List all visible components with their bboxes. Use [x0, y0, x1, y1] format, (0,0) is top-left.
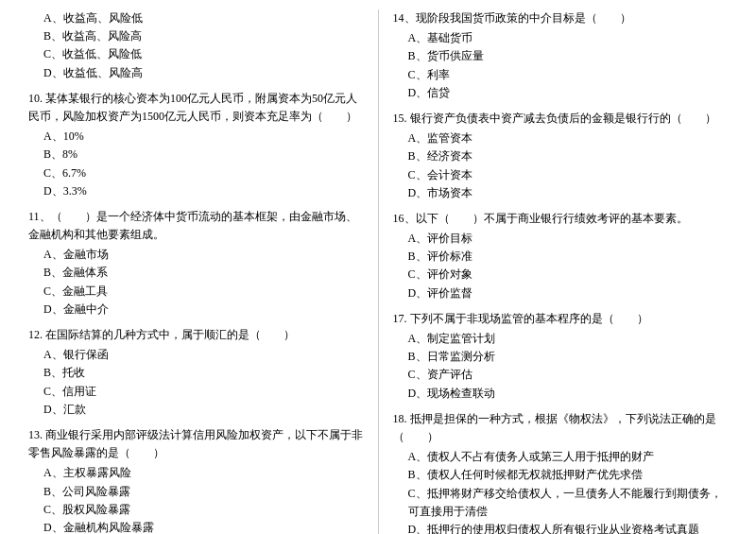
option-text: A、10% [28, 128, 364, 146]
option-text: A、制定监管计划 [393, 330, 729, 348]
question-text: 15. 银行资产负债表中资产减去负债后的金额是银行行的（ ） [393, 110, 729, 128]
column-divider [378, 9, 379, 534]
option-text: B、金融体系 [28, 264, 364, 282]
option-text: A、监管资本 [393, 129, 729, 147]
option-text: B、评价标准 [393, 248, 729, 266]
option-text: D、收益低、风险高 [28, 64, 364, 82]
question-text: 12. 在国际结算的几种方式中，属于顺汇的是（ ） [28, 326, 364, 344]
option-text: B、货币供应量 [393, 47, 729, 65]
option-text: C、会计资本 [393, 166, 729, 184]
option-text: D、评价监督 [393, 284, 729, 302]
option-text: A、主权暴露风险 [28, 464, 364, 482]
option-text: B、公司风险暴露 [28, 483, 364, 501]
question-text: 18. 抵押是担保的一种方式，根据《物权法》，下列说法正确的是（ ） [393, 410, 729, 446]
option-text: C、股权风险暴露 [28, 501, 364, 519]
option-text: D、3.3% [28, 182, 364, 200]
option-text: A、基础货币 [393, 29, 729, 47]
option-text: D、抵押行的使用权归债权人所有银行业从业资格考试真题 [393, 521, 729, 534]
left-column: A、收益高、风险低B、收益高、风险高C、收益低、风险低D、收益低、风险高10. … [28, 9, 373, 534]
option-text: A、银行保函 [28, 346, 364, 364]
question-text: 13. 商业银行采用内部评级法计算信用风险加权资产，以下不属于非零售风险暴露的是… [28, 426, 364, 462]
question-block: 18. 抵押是担保的一种方式，根据《物权法》，下列说法正确的是（ ）A、债权人不… [393, 410, 729, 534]
option-text: D、金融中介 [28, 301, 364, 319]
option-text: D、金融机构风险暴露 [28, 519, 364, 534]
option-text: C、信用证 [28, 383, 364, 401]
option-text: D、信贷 [393, 84, 729, 102]
question-block: 12. 在国际结算的几种方式中，属于顺汇的是（ ）A、银行保函B、托收C、信用证… [28, 326, 364, 419]
option-text: B、8% [28, 146, 364, 164]
option-text: D、市场资本 [393, 184, 729, 202]
option-text: B、日常监测分析 [393, 348, 729, 366]
option-text: B、托收 [28, 364, 364, 382]
option-text: C、6.7% [28, 164, 364, 182]
option-text: A、金融市场 [28, 246, 364, 264]
option-text: C、收益低、风险低 [28, 45, 364, 63]
page-content: A、收益高、风险低B、收益高、风险高C、收益低、风险低D、收益低、风险高10. … [28, 9, 728, 534]
question-block: 17. 下列不属于非现场监管的基本程序的是（ ）A、制定监管计划B、日常监测分析… [393, 310, 729, 403]
option-text: B、经济资本 [393, 147, 729, 165]
question-text: 10. 某体某银行的核心资本为100亿元人民币，附属资本为50亿元人民币，风险加… [28, 90, 364, 126]
option-text: C、利率 [393, 66, 729, 84]
option-text: B、债权人任何时候都无权就抵押财产优先求偿 [393, 466, 729, 484]
question-text: 16、以下（ ）不属于商业银行行绩效考评的基本要素。 [393, 210, 729, 228]
question-text: 11、（ ）是一个经济体中货币流动的基本框架，由金融市场、金融机构和其他要素组成… [28, 208, 364, 244]
right-column: 14、现阶段我国货币政策的中介目标是（ ）A、基础货币B、货币供应量C、利率D、… [384, 9, 729, 534]
question-block: 11、（ ）是一个经济体中货币流动的基本框架，由金融市场、金融机构和其他要素组成… [28, 208, 364, 319]
question-text: 14、现阶段我国货币政策的中介目标是（ ） [393, 9, 729, 27]
question-block: 10. 某体某银行的核心资本为100亿元人民币，附属资本为50亿元人民币，风险加… [28, 90, 364, 200]
option-text: C、抵押将财产移交给债权人，一旦债务人不能履行到期债务，可直接用于清偿 [393, 485, 729, 521]
option-text: A、评价目标 [393, 230, 729, 248]
question-block: A、收益高、风险低B、收益高、风险高C、收益低、风险低D、收益低、风险高 [28, 9, 364, 82]
option-text: C、资产评估 [393, 366, 729, 384]
question-block: 15. 银行资产负债表中资产减去负债后的金额是银行行的（ ）A、监管资本B、经济… [393, 110, 729, 202]
option-text: C、金融工具 [28, 283, 364, 301]
question-text: 17. 下列不属于非现场监管的基本程序的是（ ） [393, 310, 729, 328]
question-block: 14、现阶段我国货币政策的中介目标是（ ）A、基础货币B、货币供应量C、利率D、… [393, 9, 729, 102]
option-text: D、汇款 [28, 401, 364, 419]
option-text: C、评价对象 [393, 266, 729, 284]
option-text: B、收益高、风险高 [28, 27, 364, 45]
question-block: 16、以下（ ）不属于商业银行行绩效考评的基本要素。A、评价目标B、评价标准C、… [393, 210, 729, 302]
question-block: 13. 商业银行采用内部评级法计算信用风险加权资产，以下不属于非零售风险暴露的是… [28, 426, 364, 534]
option-text: A、收益高、风险低 [28, 9, 364, 27]
option-text: D、现场检查联动 [393, 385, 729, 403]
option-text: A、债权人不占有债务人或第三人用于抵押的财产 [393, 448, 729, 466]
